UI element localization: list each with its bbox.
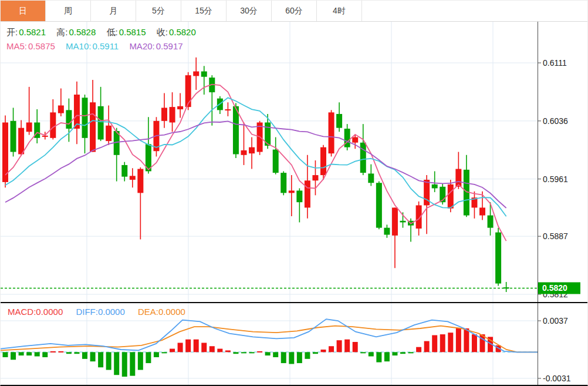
tab-周[interactable]: 周 [46,1,91,21]
candles-group [2,58,509,292]
tab-日[interactable]: 日 [1,1,46,21]
price-tick-label: 0.6036 [543,116,568,126]
price-tick-label: 0.5961 [543,174,568,184]
macd-histogram [3,328,501,377]
timeframe-tabbar: 日周月5分15分30分60分4时 [1,1,587,22]
macd-panel: 0.0037-0.0031 MACD:0.0000 DIFF:0.0000 DE… [1,302,588,386]
tab-15分[interactable]: 15分 [181,1,227,21]
price-tick-label: 0.6111 [543,58,567,68]
tab-30分[interactable]: 30分 [227,1,272,21]
tab-4时[interactable]: 4时 [317,1,362,21]
ma5-line [5,85,506,241]
tab-月[interactable]: 月 [91,1,136,21]
candlestick-chart[interactable]: 0.61110.60360.59610.58870.58120.5820 [1,22,588,302]
kline-chart-app: 日周月5分15分30分60分4时 0.61110.60360.59610.588… [0,0,588,386]
tab-5分[interactable]: 5分 [136,1,181,21]
macd-tick-label: 0.0037 [543,316,568,325]
price-tick-label: 0.5887 [543,231,568,241]
gridlines [1,22,538,302]
ma20-line [5,121,506,208]
macd-chart[interactable]: 0.0037-0.0031 [1,303,588,386]
current-price-label: 0.5820 [542,283,567,293]
main-chart-panel: 0.61110.60360.59610.58870.58120.5820 开:0… [1,22,588,302]
macd-tick-label: -0.0031 [543,374,571,383]
tab-60分[interactable]: 60分 [272,1,317,21]
